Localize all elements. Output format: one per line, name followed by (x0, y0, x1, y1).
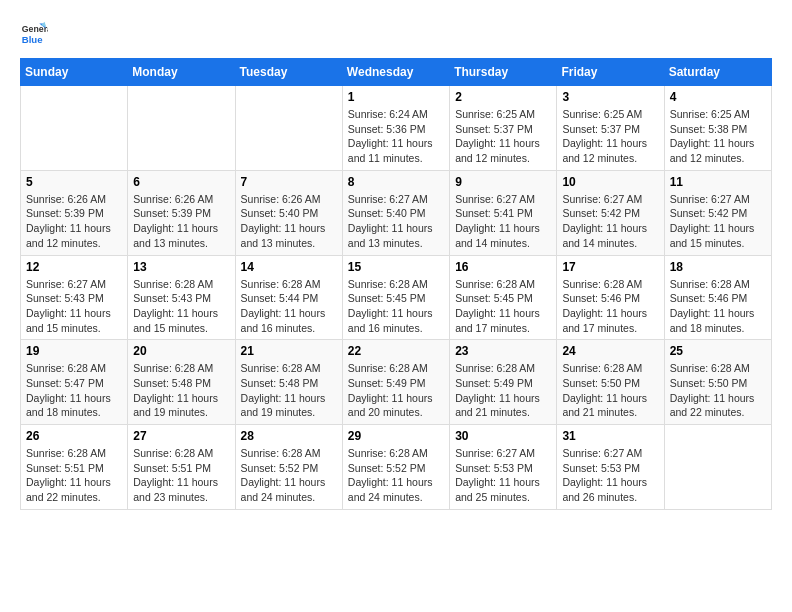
day-number: 5 (26, 175, 122, 189)
day-info: Sunrise: 6:28 AM Sunset: 5:51 PM Dayligh… (133, 446, 229, 505)
day-info: Sunrise: 6:28 AM Sunset: 5:43 PM Dayligh… (133, 277, 229, 336)
day-number: 13 (133, 260, 229, 274)
day-number: 16 (455, 260, 551, 274)
day-info: Sunrise: 6:28 AM Sunset: 5:47 PM Dayligh… (26, 361, 122, 420)
day-number: 31 (562, 429, 658, 443)
calendar-cell (128, 86, 235, 171)
calendar-cell: 10Sunrise: 6:27 AM Sunset: 5:42 PM Dayli… (557, 170, 664, 255)
calendar-week-row: 19Sunrise: 6:28 AM Sunset: 5:47 PM Dayli… (21, 340, 772, 425)
day-number: 17 (562, 260, 658, 274)
day-number: 11 (670, 175, 766, 189)
calendar-cell: 6Sunrise: 6:26 AM Sunset: 5:39 PM Daylig… (128, 170, 235, 255)
day-info: Sunrise: 6:28 AM Sunset: 5:48 PM Dayligh… (133, 361, 229, 420)
day-info: Sunrise: 6:27 AM Sunset: 5:42 PM Dayligh… (670, 192, 766, 251)
day-info: Sunrise: 6:26 AM Sunset: 5:40 PM Dayligh… (241, 192, 337, 251)
calendar-week-row: 12Sunrise: 6:27 AM Sunset: 5:43 PM Dayli… (21, 255, 772, 340)
calendar-cell: 13Sunrise: 6:28 AM Sunset: 5:43 PM Dayli… (128, 255, 235, 340)
day-number: 7 (241, 175, 337, 189)
day-info: Sunrise: 6:28 AM Sunset: 5:50 PM Dayligh… (670, 361, 766, 420)
calendar-cell (235, 86, 342, 171)
calendar-cell: 1Sunrise: 6:24 AM Sunset: 5:36 PM Daylig… (342, 86, 449, 171)
calendar-cell: 17Sunrise: 6:28 AM Sunset: 5:46 PM Dayli… (557, 255, 664, 340)
calendar-cell: 28Sunrise: 6:28 AM Sunset: 5:52 PM Dayli… (235, 425, 342, 510)
weekday-header-sunday: Sunday (21, 59, 128, 86)
calendar-cell: 12Sunrise: 6:27 AM Sunset: 5:43 PM Dayli… (21, 255, 128, 340)
calendar-cell: 20Sunrise: 6:28 AM Sunset: 5:48 PM Dayli… (128, 340, 235, 425)
day-number: 18 (670, 260, 766, 274)
calendar-table: SundayMondayTuesdayWednesdayThursdayFrid… (20, 58, 772, 510)
day-info: Sunrise: 6:25 AM Sunset: 5:37 PM Dayligh… (562, 107, 658, 166)
calendar-cell: 23Sunrise: 6:28 AM Sunset: 5:49 PM Dayli… (450, 340, 557, 425)
weekday-header-row: SundayMondayTuesdayWednesdayThursdayFrid… (21, 59, 772, 86)
day-info: Sunrise: 6:28 AM Sunset: 5:45 PM Dayligh… (455, 277, 551, 336)
calendar-cell (664, 425, 771, 510)
calendar-cell: 5Sunrise: 6:26 AM Sunset: 5:39 PM Daylig… (21, 170, 128, 255)
calendar-cell (21, 86, 128, 171)
day-number: 9 (455, 175, 551, 189)
weekday-header-friday: Friday (557, 59, 664, 86)
calendar-cell: 27Sunrise: 6:28 AM Sunset: 5:51 PM Dayli… (128, 425, 235, 510)
calendar-cell: 7Sunrise: 6:26 AM Sunset: 5:40 PM Daylig… (235, 170, 342, 255)
calendar-week-row: 1Sunrise: 6:24 AM Sunset: 5:36 PM Daylig… (21, 86, 772, 171)
day-info: Sunrise: 6:28 AM Sunset: 5:52 PM Dayligh… (241, 446, 337, 505)
svg-text:Blue: Blue (22, 34, 43, 45)
calendar-cell: 25Sunrise: 6:28 AM Sunset: 5:50 PM Dayli… (664, 340, 771, 425)
calendar-week-row: 5Sunrise: 6:26 AM Sunset: 5:39 PM Daylig… (21, 170, 772, 255)
day-info: Sunrise: 6:28 AM Sunset: 5:51 PM Dayligh… (26, 446, 122, 505)
day-number: 20 (133, 344, 229, 358)
day-info: Sunrise: 6:28 AM Sunset: 5:46 PM Dayligh… (670, 277, 766, 336)
weekday-header-tuesday: Tuesday (235, 59, 342, 86)
day-number: 24 (562, 344, 658, 358)
calendar-cell: 22Sunrise: 6:28 AM Sunset: 5:49 PM Dayli… (342, 340, 449, 425)
day-info: Sunrise: 6:28 AM Sunset: 5:49 PM Dayligh… (348, 361, 444, 420)
day-info: Sunrise: 6:27 AM Sunset: 5:40 PM Dayligh… (348, 192, 444, 251)
day-number: 22 (348, 344, 444, 358)
day-number: 6 (133, 175, 229, 189)
weekday-header-thursday: Thursday (450, 59, 557, 86)
calendar-cell: 16Sunrise: 6:28 AM Sunset: 5:45 PM Dayli… (450, 255, 557, 340)
calendar-cell: 14Sunrise: 6:28 AM Sunset: 5:44 PM Dayli… (235, 255, 342, 340)
day-number: 1 (348, 90, 444, 104)
day-info: Sunrise: 6:28 AM Sunset: 5:46 PM Dayligh… (562, 277, 658, 336)
day-number: 15 (348, 260, 444, 274)
calendar-cell: 15Sunrise: 6:28 AM Sunset: 5:45 PM Dayli… (342, 255, 449, 340)
calendar-week-row: 26Sunrise: 6:28 AM Sunset: 5:51 PM Dayli… (21, 425, 772, 510)
day-info: Sunrise: 6:24 AM Sunset: 5:36 PM Dayligh… (348, 107, 444, 166)
day-info: Sunrise: 6:28 AM Sunset: 5:50 PM Dayligh… (562, 361, 658, 420)
calendar-cell: 24Sunrise: 6:28 AM Sunset: 5:50 PM Dayli… (557, 340, 664, 425)
calendar-cell: 4Sunrise: 6:25 AM Sunset: 5:38 PM Daylig… (664, 86, 771, 171)
calendar-cell: 9Sunrise: 6:27 AM Sunset: 5:41 PM Daylig… (450, 170, 557, 255)
day-info: Sunrise: 6:25 AM Sunset: 5:38 PM Dayligh… (670, 107, 766, 166)
calendar-cell: 31Sunrise: 6:27 AM Sunset: 5:53 PM Dayli… (557, 425, 664, 510)
day-number: 14 (241, 260, 337, 274)
calendar-cell: 30Sunrise: 6:27 AM Sunset: 5:53 PM Dayli… (450, 425, 557, 510)
day-number: 25 (670, 344, 766, 358)
day-info: Sunrise: 6:25 AM Sunset: 5:37 PM Dayligh… (455, 107, 551, 166)
day-number: 12 (26, 260, 122, 274)
day-info: Sunrise: 6:26 AM Sunset: 5:39 PM Dayligh… (26, 192, 122, 251)
day-number: 8 (348, 175, 444, 189)
calendar-cell: 11Sunrise: 6:27 AM Sunset: 5:42 PM Dayli… (664, 170, 771, 255)
calendar-cell: 29Sunrise: 6:28 AM Sunset: 5:52 PM Dayli… (342, 425, 449, 510)
page-header: General Blue (20, 20, 772, 48)
day-info: Sunrise: 6:27 AM Sunset: 5:53 PM Dayligh… (455, 446, 551, 505)
day-info: Sunrise: 6:27 AM Sunset: 5:42 PM Dayligh… (562, 192, 658, 251)
day-info: Sunrise: 6:27 AM Sunset: 5:43 PM Dayligh… (26, 277, 122, 336)
day-number: 23 (455, 344, 551, 358)
day-info: Sunrise: 6:28 AM Sunset: 5:44 PM Dayligh… (241, 277, 337, 336)
weekday-header-saturday: Saturday (664, 59, 771, 86)
day-info: Sunrise: 6:28 AM Sunset: 5:48 PM Dayligh… (241, 361, 337, 420)
calendar-cell: 8Sunrise: 6:27 AM Sunset: 5:40 PM Daylig… (342, 170, 449, 255)
day-info: Sunrise: 6:28 AM Sunset: 5:52 PM Dayligh… (348, 446, 444, 505)
day-info: Sunrise: 6:27 AM Sunset: 5:53 PM Dayligh… (562, 446, 658, 505)
logo-icon: General Blue (20, 20, 48, 48)
day-number: 26 (26, 429, 122, 443)
day-info: Sunrise: 6:28 AM Sunset: 5:49 PM Dayligh… (455, 361, 551, 420)
day-info: Sunrise: 6:27 AM Sunset: 5:41 PM Dayligh… (455, 192, 551, 251)
weekday-header-monday: Monday (128, 59, 235, 86)
calendar-cell: 21Sunrise: 6:28 AM Sunset: 5:48 PM Dayli… (235, 340, 342, 425)
calendar-cell: 2Sunrise: 6:25 AM Sunset: 5:37 PM Daylig… (450, 86, 557, 171)
day-number: 2 (455, 90, 551, 104)
day-number: 3 (562, 90, 658, 104)
day-number: 28 (241, 429, 337, 443)
